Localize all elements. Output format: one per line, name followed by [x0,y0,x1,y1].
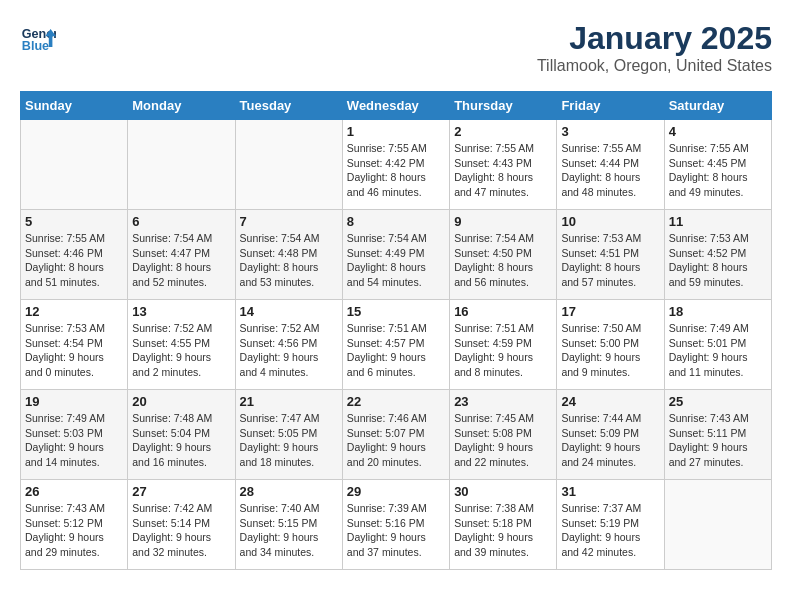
calendar-cell: 2Sunrise: 7:55 AM Sunset: 4:43 PM Daylig… [450,120,557,210]
calendar-cell: 11Sunrise: 7:53 AM Sunset: 4:52 PM Dayli… [664,210,771,300]
page-title: January 2025 [537,20,772,57]
day-number: 18 [669,304,767,319]
day-number: 2 [454,124,552,139]
day-info: Sunrise: 7:55 AM Sunset: 4:46 PM Dayligh… [25,231,123,290]
calendar-cell: 29Sunrise: 7:39 AM Sunset: 5:16 PM Dayli… [342,480,449,570]
calendar-cell: 18Sunrise: 7:49 AM Sunset: 5:01 PM Dayli… [664,300,771,390]
day-number: 6 [132,214,230,229]
day-number: 29 [347,484,445,499]
day-number: 13 [132,304,230,319]
calendar-body: 1Sunrise: 7:55 AM Sunset: 4:42 PM Daylig… [21,120,772,570]
day-info: Sunrise: 7:38 AM Sunset: 5:18 PM Dayligh… [454,501,552,560]
calendar-cell: 12Sunrise: 7:53 AM Sunset: 4:54 PM Dayli… [21,300,128,390]
day-info: Sunrise: 7:44 AM Sunset: 5:09 PM Dayligh… [561,411,659,470]
day-number: 19 [25,394,123,409]
day-number: 9 [454,214,552,229]
day-info: Sunrise: 7:54 AM Sunset: 4:47 PM Dayligh… [132,231,230,290]
day-number: 31 [561,484,659,499]
calendar-cell: 10Sunrise: 7:53 AM Sunset: 4:51 PM Dayli… [557,210,664,300]
day-info: Sunrise: 7:43 AM Sunset: 5:12 PM Dayligh… [25,501,123,560]
day-info: Sunrise: 7:42 AM Sunset: 5:14 PM Dayligh… [132,501,230,560]
calendar-cell: 6Sunrise: 7:54 AM Sunset: 4:47 PM Daylig… [128,210,235,300]
calendar-cell: 13Sunrise: 7:52 AM Sunset: 4:55 PM Dayli… [128,300,235,390]
day-info: Sunrise: 7:49 AM Sunset: 5:01 PM Dayligh… [669,321,767,380]
calendar-header-row: SundayMondayTuesdayWednesdayThursdayFrid… [21,92,772,120]
day-info: Sunrise: 7:52 AM Sunset: 4:55 PM Dayligh… [132,321,230,380]
day-info: Sunrise: 7:49 AM Sunset: 5:03 PM Dayligh… [25,411,123,470]
day-header-saturday: Saturday [664,92,771,120]
day-number: 7 [240,214,338,229]
day-info: Sunrise: 7:51 AM Sunset: 4:57 PM Dayligh… [347,321,445,380]
calendar-cell [21,120,128,210]
calendar-cell: 1Sunrise: 7:55 AM Sunset: 4:42 PM Daylig… [342,120,449,210]
calendar-cell: 14Sunrise: 7:52 AM Sunset: 4:56 PM Dayli… [235,300,342,390]
day-info: Sunrise: 7:55 AM Sunset: 4:42 PM Dayligh… [347,141,445,200]
calendar-cell: 22Sunrise: 7:46 AM Sunset: 5:07 PM Dayli… [342,390,449,480]
calendar-cell [128,120,235,210]
day-header-monday: Monday [128,92,235,120]
day-number: 25 [669,394,767,409]
calendar-cell: 4Sunrise: 7:55 AM Sunset: 4:45 PM Daylig… [664,120,771,210]
title-block: January 2025 Tillamook, Oregon, United S… [537,20,772,75]
day-info: Sunrise: 7:50 AM Sunset: 5:00 PM Dayligh… [561,321,659,380]
day-info: Sunrise: 7:55 AM Sunset: 4:44 PM Dayligh… [561,141,659,200]
day-number: 24 [561,394,659,409]
day-number: 26 [25,484,123,499]
calendar-cell: 3Sunrise: 7:55 AM Sunset: 4:44 PM Daylig… [557,120,664,210]
day-info: Sunrise: 7:54 AM Sunset: 4:49 PM Dayligh… [347,231,445,290]
day-header-sunday: Sunday [21,92,128,120]
calendar-cell: 7Sunrise: 7:54 AM Sunset: 4:48 PM Daylig… [235,210,342,300]
day-info: Sunrise: 7:47 AM Sunset: 5:05 PM Dayligh… [240,411,338,470]
calendar-week-5: 26Sunrise: 7:43 AM Sunset: 5:12 PM Dayli… [21,480,772,570]
calendar-cell: 9Sunrise: 7:54 AM Sunset: 4:50 PM Daylig… [450,210,557,300]
calendar-cell: 19Sunrise: 7:49 AM Sunset: 5:03 PM Dayli… [21,390,128,480]
calendar-cell: 25Sunrise: 7:43 AM Sunset: 5:11 PM Dayli… [664,390,771,480]
day-number: 12 [25,304,123,319]
day-number: 16 [454,304,552,319]
day-info: Sunrise: 7:53 AM Sunset: 4:52 PM Dayligh… [669,231,767,290]
svg-text:Blue: Blue [22,39,49,53]
day-info: Sunrise: 7:52 AM Sunset: 4:56 PM Dayligh… [240,321,338,380]
day-info: Sunrise: 7:48 AM Sunset: 5:04 PM Dayligh… [132,411,230,470]
day-number: 11 [669,214,767,229]
calendar-week-4: 19Sunrise: 7:49 AM Sunset: 5:03 PM Dayli… [21,390,772,480]
calendar-week-2: 5Sunrise: 7:55 AM Sunset: 4:46 PM Daylig… [21,210,772,300]
day-info: Sunrise: 7:40 AM Sunset: 5:15 PM Dayligh… [240,501,338,560]
calendar-cell: 26Sunrise: 7:43 AM Sunset: 5:12 PM Dayli… [21,480,128,570]
calendar-week-3: 12Sunrise: 7:53 AM Sunset: 4:54 PM Dayli… [21,300,772,390]
day-number: 28 [240,484,338,499]
day-number: 10 [561,214,659,229]
calendar-cell: 24Sunrise: 7:44 AM Sunset: 5:09 PM Dayli… [557,390,664,480]
day-info: Sunrise: 7:39 AM Sunset: 5:16 PM Dayligh… [347,501,445,560]
page-subtitle: Tillamook, Oregon, United States [537,57,772,75]
day-number: 23 [454,394,552,409]
page-header: General Blue January 2025 Tillamook, Ore… [20,20,772,75]
day-info: Sunrise: 7:45 AM Sunset: 5:08 PM Dayligh… [454,411,552,470]
calendar-cell: 16Sunrise: 7:51 AM Sunset: 4:59 PM Dayli… [450,300,557,390]
calendar-cell: 15Sunrise: 7:51 AM Sunset: 4:57 PM Dayli… [342,300,449,390]
day-info: Sunrise: 7:53 AM Sunset: 4:54 PM Dayligh… [25,321,123,380]
day-number: 21 [240,394,338,409]
calendar-cell: 31Sunrise: 7:37 AM Sunset: 5:19 PM Dayli… [557,480,664,570]
logo: General Blue [20,20,56,56]
day-info: Sunrise: 7:55 AM Sunset: 4:43 PM Dayligh… [454,141,552,200]
day-number: 4 [669,124,767,139]
calendar-cell: 20Sunrise: 7:48 AM Sunset: 5:04 PM Dayli… [128,390,235,480]
day-info: Sunrise: 7:43 AM Sunset: 5:11 PM Dayligh… [669,411,767,470]
day-header-thursday: Thursday [450,92,557,120]
day-header-wednesday: Wednesday [342,92,449,120]
calendar-cell: 23Sunrise: 7:45 AM Sunset: 5:08 PM Dayli… [450,390,557,480]
day-header-friday: Friday [557,92,664,120]
day-info: Sunrise: 7:53 AM Sunset: 4:51 PM Dayligh… [561,231,659,290]
calendar-cell: 27Sunrise: 7:42 AM Sunset: 5:14 PM Dayli… [128,480,235,570]
day-number: 15 [347,304,445,319]
day-info: Sunrise: 7:55 AM Sunset: 4:45 PM Dayligh… [669,141,767,200]
day-number: 5 [25,214,123,229]
day-number: 22 [347,394,445,409]
day-number: 30 [454,484,552,499]
calendar-cell [664,480,771,570]
day-number: 27 [132,484,230,499]
day-info: Sunrise: 7:51 AM Sunset: 4:59 PM Dayligh… [454,321,552,380]
day-number: 1 [347,124,445,139]
day-number: 8 [347,214,445,229]
